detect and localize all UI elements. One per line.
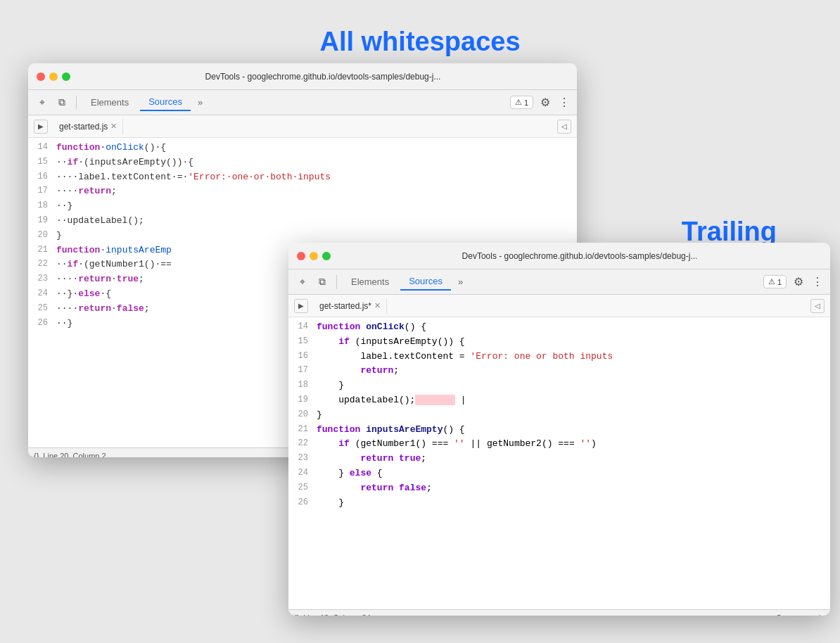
warning-badge-1[interactable]: ⚠ 1 — [510, 96, 533, 109]
collapse-icon-1[interactable]: ◁ — [557, 120, 571, 134]
gear-icon-1[interactable]: ⚙ — [539, 94, 552, 110]
code-area-2: 14 function onClick() { 15 if (inputsAre… — [288, 317, 830, 609]
code-line-22-w2: 22 if (getNumber1() === '' || getNumber2… — [288, 437, 830, 452]
tab-more-1[interactable]: » — [193, 94, 207, 110]
tab-more-2[interactable]: » — [454, 274, 467, 290]
close-button-1[interactable] — [37, 72, 45, 81]
sidebar-toggle-1[interactable]: ▶ — [34, 120, 48, 134]
file-tab-bar-2: ▶ get-started.js* ✕ ◁ — [288, 295, 830, 317]
title-bar-2: DevTools - googlechrome.github.io/devtoo… — [288, 243, 830, 269]
main-title: All whitespaces — [319, 27, 520, 57]
cursor-icon-1[interactable]: ⌖ — [34, 94, 51, 111]
tab-bar-2: ⌖ ⧉ Elements Sources » ⚠ 1 ⚙ ⋮ — [288, 269, 830, 295]
window-title-1: DevTools - googlechrome.github.io/devtoo… — [77, 72, 568, 82]
minimize-button-1[interactable] — [49, 72, 58, 81]
warning-icon-1: ⚠ — [515, 98, 522, 107]
status-bar-2: {} Line 19, Column 24 Coverage: n/a — [288, 609, 830, 616]
code-line-16-w2: 16 label.textContent = 'Error: one or bo… — [288, 350, 830, 364]
code-line-21-w2: 21 function inputsAreEmpty() { — [288, 423, 830, 438]
tab-separator-1 — [76, 96, 77, 110]
status-text-2: Line 19, Column 24 — [303, 613, 370, 616]
code-line-20-w2: 20 } — [288, 408, 830, 423]
curly-icon-2: {} — [294, 613, 299, 616]
tab-right-2: ⚠ 1 ⚙ ⋮ — [763, 274, 825, 290]
code-line-20-w1: 20 } — [28, 229, 577, 243]
copy-icon-2[interactable]: ⧉ — [314, 274, 331, 291]
traffic-lights-1 — [37, 72, 70, 81]
warning-badge-2[interactable]: ⚠ 1 — [763, 275, 787, 288]
file-tab-1[interactable]: get-started.js ✕ — [53, 119, 123, 134]
maximize-button-1[interactable] — [62, 72, 70, 81]
curly-icon-1: {} — [34, 452, 39, 458]
minimize-button-2[interactable] — [310, 252, 318, 260]
copy-icon-1[interactable]: ⧉ — [53, 94, 70, 111]
gear-icon-2[interactable]: ⚙ — [792, 274, 805, 290]
maximize-button-2[interactable] — [322, 252, 331, 260]
collapse-icon-2[interactable]: ◁ — [810, 299, 825, 313]
warning-icon-2: ⚠ — [768, 277, 775, 286]
tab-elements-2[interactable]: Elements — [343, 274, 397, 290]
tab-elements-1[interactable]: Elements — [82, 94, 137, 110]
code-line-15-w1: 15 ··if·(inputsAreEmpty())·{ — [28, 155, 577, 170]
window-2: DevTools - googlechrome.github.io/devtoo… — [288, 243, 830, 616]
code-line-18-w1: 18 ··} — [28, 199, 577, 214]
close-button-2[interactable] — [297, 252, 305, 260]
file-tab-close-2[interactable]: ✕ — [374, 301, 381, 310]
code-line-18-w2: 18 } — [288, 378, 830, 393]
traffic-lights-2 — [297, 252, 331, 260]
file-tab-name-1: get-started.js — [59, 122, 108, 132]
warning-count-1: 1 — [524, 98, 528, 107]
code-line-17-w2: 17 return; — [288, 364, 830, 378]
code-line-24-w2: 24 } else { — [288, 466, 830, 481]
cursor-icon-2[interactable]: ⌖ — [294, 274, 311, 291]
tab-right-1: ⚠ 1 ⚙ ⋮ — [510, 94, 571, 110]
warning-count-2: 1 — [777, 278, 782, 286]
code-line-25-w2: 25 return false; — [288, 481, 830, 496]
menu-icon-2[interactable]: ⋮ — [810, 274, 825, 290]
file-tab-right-1: ◁ — [557, 120, 571, 134]
code-line-19-w1: 19 ··updateLabel(); — [28, 214, 577, 229]
code-line-26-w2: 26 } — [288, 496, 830, 511]
tab-bar-1: ⌖ ⧉ Elements Sources » ⚠ 1 ⚙ ⋮ — [28, 90, 577, 115]
sidebar-toggle-2[interactable]: ▶ — [294, 299, 308, 313]
title-bar-1: DevTools - googlechrome.github.io/devtoo… — [28, 63, 577, 90]
file-tab-2[interactable]: get-started.js* ✕ — [314, 298, 387, 314]
code-line-14-w1: 14 function·onClick()·{ — [28, 141, 577, 155]
tab-sources-1[interactable]: Sources — [140, 94, 191, 111]
code-line-17-w1: 17 ····return; — [28, 184, 577, 199]
file-tab-bar-1: ▶ get-started.js ✕ ◁ — [28, 115, 577, 138]
file-tab-right-2: ◁ — [810, 299, 825, 313]
file-tab-close-1[interactable]: ✕ — [110, 122, 117, 131]
code-line-19-w2: 19 updateLabel(); | — [288, 393, 830, 408]
page-background: All whitespaces Trailing DevTools - goog… — [0, 0, 840, 643]
coverage-text: Coverage: n/a — [776, 613, 825, 616]
menu-icon-1[interactable]: ⋮ — [557, 94, 571, 110]
window-title-2: DevTools - googlechrome.github.io/devtoo… — [338, 251, 822, 261]
code-line-16-w1: 16 ····label.textContent·=·'Error:·one·o… — [28, 170, 577, 185]
code-line-14-w2: 14 function onClick() { — [288, 320, 830, 335]
tab-separator-2 — [336, 275, 337, 289]
code-line-15-w2: 15 if (inputsAreEmpty()) { — [288, 335, 830, 350]
file-tab-name-2: get-started.js* — [319, 301, 371, 311]
tab-sources-2[interactable]: Sources — [400, 273, 451, 291]
code-line-23-w2: 23 return true; — [288, 452, 830, 466]
status-text-1: Line 20, Column 2 — [43, 452, 106, 458]
